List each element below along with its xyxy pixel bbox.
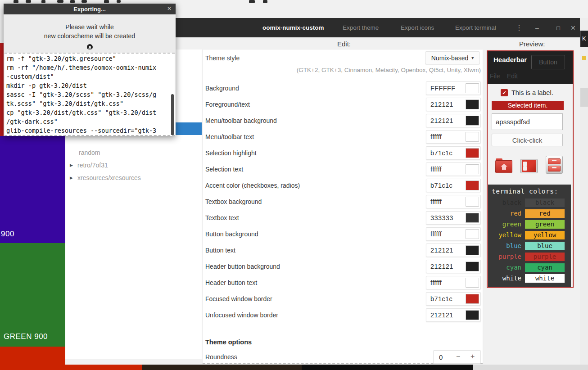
export-theme-button[interactable]: Export theme bbox=[343, 18, 379, 37]
terminal-output-text: rm -f "gtk-3.20/gtk.gresource" rm -rf "/… bbox=[6, 54, 156, 136]
color-value-box[interactable]: ffffff bbox=[426, 162, 481, 176]
export-dialog: Exporting... ✕ Please wait while new col… bbox=[4, 4, 176, 136]
plus-icon[interactable]: + bbox=[470, 352, 475, 361]
bottom-bar-red bbox=[0, 365, 142, 370]
color-value-box[interactable]: 212121 bbox=[426, 114, 481, 127]
preview-text-input[interactable] bbox=[492, 113, 563, 130]
color-row-label: Foreground/text bbox=[205, 101, 250, 108]
background-window-fragment bbox=[70, 0, 75, 3]
terminal-color-name: purple bbox=[488, 253, 525, 260]
color-swatch[interactable] bbox=[466, 99, 479, 109]
roundness-value: 0 bbox=[439, 353, 443, 361]
menu-dots-icon[interactable]: ⋮ bbox=[516, 18, 523, 37]
terminal-color-swatch: green bbox=[525, 220, 565, 229]
color-swatch[interactable] bbox=[466, 213, 479, 223]
color-value-box[interactable]: ffffff bbox=[426, 227, 481, 241]
theme-item-label: xresources/xresources bbox=[77, 174, 141, 181]
color-swatch[interactable] bbox=[466, 180, 479, 190]
export-icons-button[interactable]: Export icons bbox=[401, 18, 434, 37]
theme-style-dropdown[interactable]: Numix-based ▾ bbox=[425, 51, 480, 64]
desktop-icon[interactable] bbox=[521, 159, 537, 173]
color-value-box[interactable]: b71c1c bbox=[426, 146, 481, 160]
preview-checkbox[interactable]: ✔ bbox=[501, 89, 508, 96]
theme-list-item[interactable]: ▶ xresources/xresources bbox=[70, 174, 141, 182]
color-value-box[interactable]: ffffff bbox=[426, 195, 481, 208]
spinner-icon bbox=[87, 44, 93, 50]
preview-headerbar-button[interactable]: Button bbox=[531, 55, 565, 69]
home-folder-icon[interactable] bbox=[495, 158, 512, 173]
color-swatch[interactable] bbox=[466, 83, 479, 93]
theme-list-item[interactable]: random bbox=[79, 149, 100, 157]
color-hex-value: 212121 bbox=[430, 311, 453, 319]
roundness-spinbox[interactable]: 0 − + bbox=[433, 350, 481, 364]
close-icon[interactable]: ✕ bbox=[570, 18, 576, 37]
preview-heading: Preview: bbox=[519, 40, 545, 48]
color-value-box[interactable]: ffffff bbox=[426, 276, 481, 289]
terminal-color-swatch: cyan bbox=[525, 263, 565, 272]
color-value-box[interactable]: 212121 bbox=[426, 244, 481, 257]
color-swatch[interactable] bbox=[466, 245, 479, 255]
color-value-box[interactable]: b71c1c bbox=[426, 292, 481, 306]
color-hex-value: 212121 bbox=[430, 263, 453, 270]
preview-panel: Headerbar Button File Edit ✔ This is a l… bbox=[487, 50, 574, 288]
color-value-box[interactable]: 212121 bbox=[426, 308, 481, 322]
color-row: Focused window border b71c1c bbox=[203, 292, 483, 306]
terminal-color-name: green bbox=[488, 221, 525, 228]
dialog-message-line1: Please wait while bbox=[4, 23, 176, 31]
expander-arrow-icon[interactable]: ▶ bbox=[70, 163, 74, 167]
preview-click-button[interactable]: Click-click bbox=[492, 134, 563, 146]
close-icon[interactable]: ✕ bbox=[167, 5, 172, 12]
color-hex-value: ffffff bbox=[430, 198, 442, 205]
roundness-label: Roundness bbox=[205, 353, 237, 361]
dialog-scrollbar[interactable] bbox=[171, 94, 174, 135]
color-value-box[interactable]: FFFFFF bbox=[426, 81, 481, 95]
background-window-fragment bbox=[14, 0, 18, 3]
color-swatch[interactable] bbox=[466, 278, 479, 288]
color-value-box[interactable]: 212121 bbox=[426, 98, 481, 111]
color-swatch[interactable] bbox=[466, 294, 479, 304]
theme-style-caption: (GTK+2, GTK+3, Cinnamon, Metacity, Openb… bbox=[297, 67, 481, 73]
color-row: Foreground/text 212121 bbox=[203, 98, 483, 111]
background-window-fragment bbox=[263, 0, 267, 3]
color-value-box[interactable]: 212121 bbox=[426, 260, 481, 273]
color-swatch[interactable] bbox=[466, 310, 479, 320]
color-swatch[interactable] bbox=[466, 262, 479, 271]
color-hex-value: 212121 bbox=[430, 117, 453, 124]
color-value-box[interactable]: 333333 bbox=[426, 211, 481, 225]
expander-arrow-icon[interactable]: ▶ bbox=[70, 176, 74, 180]
background-window-fragment bbox=[81, 0, 87, 3]
color-value-box[interactable]: ffffff bbox=[426, 130, 481, 144]
terminal-color-name: blue bbox=[488, 242, 525, 249]
dialog-titlebar[interactable]: Exporting... ✕ bbox=[4, 4, 176, 14]
color-swatch[interactable] bbox=[466, 229, 479, 239]
color-row-label: Focused window border bbox=[205, 295, 272, 302]
preview-menu-file[interactable]: File bbox=[490, 72, 500, 80]
terminal-color-row: yellow yellow bbox=[488, 230, 571, 240]
background-window-fragment bbox=[117, 0, 121, 3]
theme-options-header: Theme options bbox=[205, 338, 252, 346]
color-swatch[interactable] bbox=[466, 197, 479, 207]
color-swatch[interactable] bbox=[466, 148, 479, 158]
theme-list-item[interactable]: ▶ retro/7of31 bbox=[70, 161, 108, 169]
right-window-scrollbar[interactable] bbox=[580, 88, 588, 107]
preview-selected-item-label: Selected item. bbox=[508, 102, 548, 109]
color-row-label: Textbox background bbox=[205, 198, 262, 205]
minus-icon[interactable]: − bbox=[456, 352, 460, 361]
minimize-icon[interactable]: – bbox=[535, 18, 539, 37]
color-row-label: Menu/toolbar background bbox=[205, 117, 277, 124]
color-swatch[interactable] bbox=[466, 116, 479, 126]
color-value-box[interactable]: b71c1c bbox=[426, 179, 481, 192]
preview-headerbar-title: Headerbar bbox=[493, 56, 527, 63]
preview-selected-item[interactable]: Selected item. bbox=[492, 101, 564, 110]
color-row-label: Button text bbox=[205, 247, 235, 254]
maximize-icon[interactable]: ◻ bbox=[556, 18, 561, 37]
theme-item-label: random bbox=[79, 149, 100, 156]
color-swatch[interactable] bbox=[466, 132, 479, 142]
palette-purple-label: 900 bbox=[1, 230, 14, 239]
color-hex-value: FFFFFF bbox=[430, 85, 456, 92]
export-terminal-button[interactable]: Export terminal bbox=[455, 18, 496, 37]
background-window-fragment bbox=[26, 0, 31, 3]
color-swatch[interactable] bbox=[466, 164, 479, 174]
preview-menu-edit[interactable]: Edit bbox=[507, 72, 518, 80]
file-cabinet-icon[interactable] bbox=[546, 156, 563, 174]
